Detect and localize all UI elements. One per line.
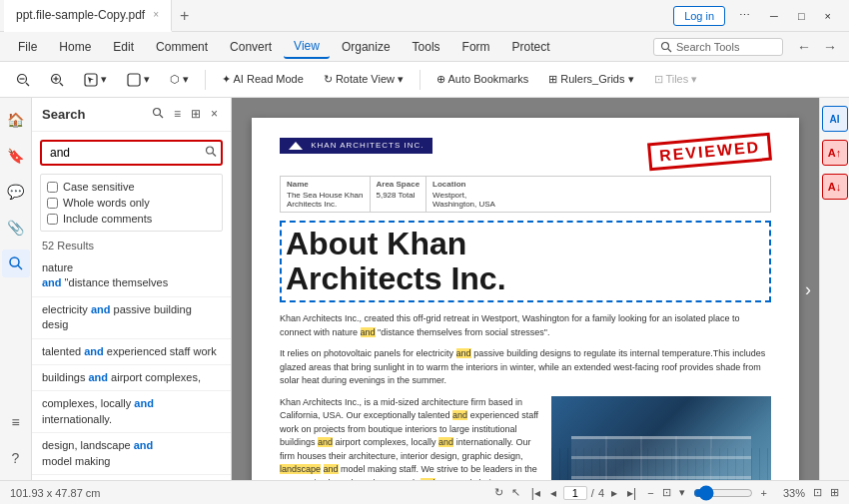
menu-home[interactable]: Home: [49, 36, 101, 58]
main-area: 🏠 🔖 💬 📎 ≡ ? Search ≡ ⊞ ×: [0, 98, 849, 480]
sidebar-icon-home[interactable]: 🏠: [2, 106, 30, 134]
sidebar-icon-search[interactable]: [2, 250, 30, 277]
case-sensitive-checkbox[interactable]: [47, 182, 58, 193]
whole-words-checkbox[interactable]: [47, 198, 58, 209]
menu-convert[interactable]: Convert: [220, 36, 282, 58]
search-input-wrapper: [40, 140, 223, 166]
zoom-out-button[interactable]: [8, 69, 38, 91]
search-go-icon[interactable]: [205, 146, 217, 161]
info-cell-name: Name The Sea House KhanArchitects Inc.: [281, 177, 371, 212]
logo-icon: [288, 141, 304, 151]
result-highlight: and: [42, 276, 62, 288]
fullscreen-button[interactable]: ⊡: [813, 486, 822, 499]
zoom-in-button[interactable]: [42, 69, 72, 91]
select-icon: [84, 73, 98, 87]
include-comments-checkbox[interactable]: [47, 214, 58, 225]
search-grid-icon[interactable]: ⊞: [188, 106, 204, 123]
option-include-comments[interactable]: Include comments: [47, 211, 216, 227]
page-input[interactable]: [563, 486, 587, 500]
select-tool-button[interactable]: ▾: [76, 69, 115, 91]
sidebar-icon-bookmark[interactable]: 🔖: [2, 142, 30, 170]
search-small-icon: [152, 107, 164, 119]
zoom-slider[interactable]: [693, 485, 753, 501]
tab-close-icon[interactable]: ×: [153, 9, 159, 20]
auto-bookmarks-button[interactable]: ⊕ Auto Bookmarks: [428, 69, 536, 90]
option-whole-words[interactable]: Whole words only: [47, 195, 216, 211]
add-tab-button[interactable]: +: [172, 7, 197, 25]
zoom-fit-button[interactable]: ⊡: [662, 486, 671, 499]
menu-protect[interactable]: Protect: [502, 36, 560, 58]
option-case-sensitive[interactable]: Case sensitive: [47, 179, 216, 195]
text-down-icon[interactable]: A↓: [822, 174, 848, 200]
maximize-button[interactable]: □: [792, 10, 811, 22]
menu-tools[interactable]: Tools: [403, 36, 450, 58]
title-bar: ppt.file-sample-Copy.pdf × + Log in ⋯ ─ …: [0, 0, 849, 32]
prev-page-button[interactable]: ◂: [547, 486, 559, 500]
sidebar-icon-comment[interactable]: 💬: [2, 178, 30, 206]
search-input[interactable]: [40, 140, 223, 166]
rotate-status-icon[interactable]: ↻: [494, 486, 503, 499]
sidebar-icon-attachment[interactable]: 📎: [2, 214, 30, 242]
pdf-para2: It relies on photovoltaic panels for ele…: [280, 347, 771, 388]
total-pages: 4: [598, 487, 604, 499]
search-list-icon[interactable]: ≡: [171, 106, 184, 123]
nav-back-button[interactable]: ←: [793, 39, 815, 55]
results-list: natureand "distance themselves electrici…: [32, 255, 231, 480]
result-item[interactable]: complexes, locally andinternationally.: [32, 391, 231, 433]
shape-tool-button[interactable]: ⬡ ▾: [162, 69, 197, 90]
result-item[interactable]: design, landscape andmodel making: [32, 433, 231, 475]
pdf-title: About KhanArchitects Inc.: [280, 221, 771, 302]
svg-rect-20: [571, 456, 751, 459]
pan-tool-button[interactable]: ▾: [119, 69, 158, 91]
sidebar-icon-layers[interactable]: ≡: [2, 408, 30, 436]
result-item[interactable]: buildings and airport complexes,: [32, 365, 231, 391]
menu-form[interactable]: Form: [452, 36, 500, 58]
ai-icon[interactable]: AI: [822, 106, 848, 132]
more-options-button[interactable]: ⋯: [733, 9, 756, 22]
zoom-in-status-button[interactable]: +: [761, 487, 767, 499]
menu-organize[interactable]: Organize: [332, 36, 401, 58]
nav-forward-button[interactable]: →: [819, 39, 841, 55]
menu-edit[interactable]: Edit: [103, 36, 144, 58]
svg-line-12: [18, 265, 22, 269]
sidebar-icon-help[interactable]: ?: [2, 444, 30, 472]
text-up-icon[interactable]: A↑: [822, 140, 848, 166]
rotate-button[interactable]: ↻ Rotate View ▾: [316, 69, 412, 90]
last-page-button[interactable]: ▸|: [624, 486, 639, 500]
page-separator: /: [591, 487, 594, 499]
zoom-dropdown-button[interactable]: ▾: [679, 486, 685, 499]
zoom-in-icon: [50, 73, 64, 87]
menu-view[interactable]: View: [284, 35, 330, 59]
hand-icon: [127, 73, 141, 87]
menu-file[interactable]: File: [8, 36, 47, 58]
cursor-icon: ↖: [511, 486, 520, 499]
svg-point-11: [10, 257, 19, 266]
fit-page-button[interactable]: ⊞: [830, 486, 839, 499]
tab-label: ppt.file-sample-Copy.pdf: [16, 8, 145, 22]
rulers-grids-button[interactable]: ⊞ Rulers_Grids ▾: [540, 69, 641, 90]
search-mini-icon[interactable]: [149, 106, 167, 123]
result-highlight: and: [88, 371, 108, 383]
search-close-icon[interactable]: ×: [208, 106, 221, 123]
ai-read-button[interactable]: ✦ AI Read Mode: [214, 69, 312, 90]
menu-search-box[interactable]: [653, 38, 783, 56]
minimize-button[interactable]: ─: [764, 10, 784, 22]
left-sidebar: 🏠 🔖 💬 📎 ≡ ?: [0, 98, 32, 480]
login-button[interactable]: Log in: [673, 6, 725, 26]
result-item[interactable]: talented and experienced staff work: [32, 339, 231, 365]
search-execute-icon: [205, 146, 217, 158]
result-item[interactable]: electricity and passive building desig: [32, 297, 231, 339]
pdf-col-text: Khan Architects Inc., is a mid-sized arc…: [280, 396, 539, 480]
result-highlight: and: [134, 397, 154, 409]
result-item[interactable]: natureand "distance themselves: [32, 255, 231, 297]
first-page-button[interactable]: |◂: [528, 486, 543, 500]
menu-comment[interactable]: Comment: [146, 36, 218, 58]
result-item[interactable]: landscape andmodel making staff.: [32, 475, 231, 480]
close-button[interactable]: ×: [819, 10, 837, 22]
scroll-right-button[interactable]: ›: [805, 278, 811, 299]
zoom-out-status-button[interactable]: −: [647, 487, 653, 499]
active-tab[interactable]: ppt.file-sample-Copy.pdf ×: [4, 0, 172, 32]
menu-search-input[interactable]: [676, 41, 776, 53]
tiles-button[interactable]: ⊡ Tiles ▾: [646, 69, 706, 90]
next-page-button[interactable]: ▸: [608, 486, 620, 500]
